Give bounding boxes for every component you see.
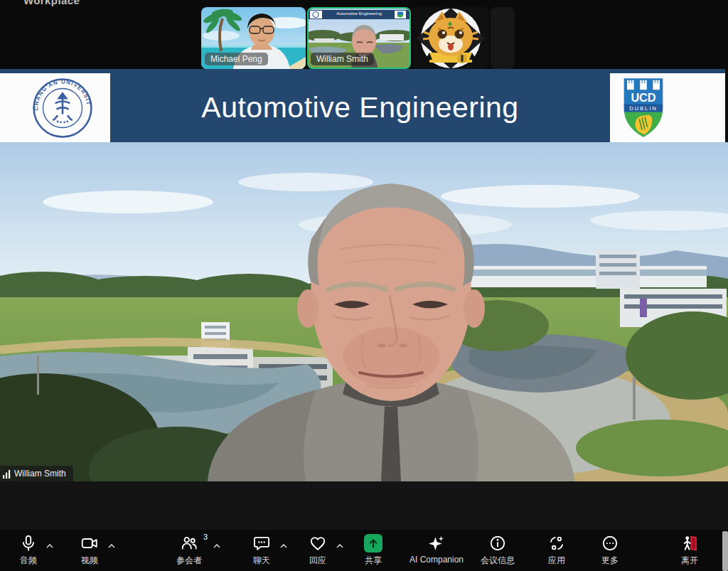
slide-title-banner: CHANG'AN UNIVERSITY Automotive Engineeri… <box>0 69 728 142</box>
microphone-icon <box>19 534 38 553</box>
chat-label: 聊天 <box>253 555 270 567</box>
participants-label: 参会者 <box>176 555 202 567</box>
chat-bubble-icon <box>252 534 271 553</box>
more-ellipsis-icon <box>601 534 619 553</box>
campus-virtual-background <box>0 142 728 481</box>
main-video-stage: CHANG'AN UNIVERSITY Automotive Engineeri… <box>0 69 728 481</box>
ai-sparkle-icon <box>427 534 446 553</box>
top-bar: Workplace <box>0 0 728 69</box>
reactions-label: 回应 <box>309 555 326 567</box>
video-button[interactable]: 视频 <box>55 533 124 567</box>
ai-companion-label: AI Companion <box>410 555 464 565</box>
participants-button[interactable]: 3 参会者 <box>155 533 223 567</box>
participants-count-badge: 3 <box>203 533 208 541</box>
changan-logo-panel: CHANG'AN UNIVERSITY <box>0 73 110 142</box>
leave-label: 离开 <box>681 555 698 567</box>
heart-icon <box>309 534 327 553</box>
participant-name-label: William Smith <box>311 53 374 65</box>
video-camera-icon <box>80 534 99 553</box>
more-button[interactable]: 更多 <box>576 533 644 567</box>
info-circle-icon <box>488 534 507 553</box>
apps-label: 应用 <box>548 555 565 567</box>
participants-menu-chevron[interactable] <box>213 543 221 549</box>
audio-menu-chevron[interactable] <box>46 543 54 549</box>
participant-name-text: William Smith <box>316 54 368 64</box>
speaker-name-text: William Smith <box>14 469 66 479</box>
mini-slide-title: Automotive Engineering <box>324 11 394 17</box>
dublin-text: DUBLIN <box>629 105 658 112</box>
ucd-text: UCD <box>631 91 655 104</box>
audio-level-icon <box>3 469 11 479</box>
participant-thumbnail-michael-peng[interactable]: Michael Peng <box>201 7 306 69</box>
share-label: 共享 <box>365 555 382 567</box>
active-speaker-name-tag: William Smith <box>0 466 73 481</box>
window-title-partial: Workplace <box>23 0 80 6</box>
changan-university-logo: CHANG'AN UNIVERSITY <box>32 78 93 139</box>
video-menu-chevron[interactable] <box>107 543 116 549</box>
meeting-info-label: 会议信息 <box>481 555 515 567</box>
video-label: 视频 <box>81 555 98 567</box>
meeting-toolbar: 音频 视频 3 参会者 <box>0 530 728 571</box>
participant-thumbnail-william-smith-active[interactable]: Automotive Engineering William Smith <box>307 7 411 69</box>
audio-button[interactable]: 音频 <box>0 533 63 567</box>
leave-meeting-button[interactable]: 离开 <box>655 533 724 567</box>
zoom-meeting-window: Workplace <box>0 0 728 571</box>
letterbox-gap <box>0 481 728 530</box>
cat-graduate-avatar <box>412 7 489 69</box>
slide-title: Automotive Engineering <box>110 73 610 142</box>
apps-icon <box>547 534 566 553</box>
ucd-logo-panel: UCD DUBLIN <box>610 73 725 142</box>
window-edge-strip <box>722 531 728 571</box>
meeting-info-button[interactable]: 会议信息 <box>464 533 532 567</box>
share-screen-icon <box>366 536 380 550</box>
participant-name-text: Michael Peng <box>210 54 262 64</box>
audio-label: 音频 <box>20 555 37 567</box>
thumbnail-slot-empty <box>491 7 515 69</box>
participants-icon <box>180 534 198 553</box>
banner-edge-sliver <box>725 69 728 142</box>
participant-name-label: Michael Peng <box>205 53 268 65</box>
leave-meeting-icon <box>680 534 699 553</box>
participant-thumbnail-cat-avatar[interactable] <box>412 7 489 69</box>
ucd-dublin-logo: UCD DUBLIN <box>621 77 665 139</box>
more-label: 更多 <box>601 555 619 567</box>
